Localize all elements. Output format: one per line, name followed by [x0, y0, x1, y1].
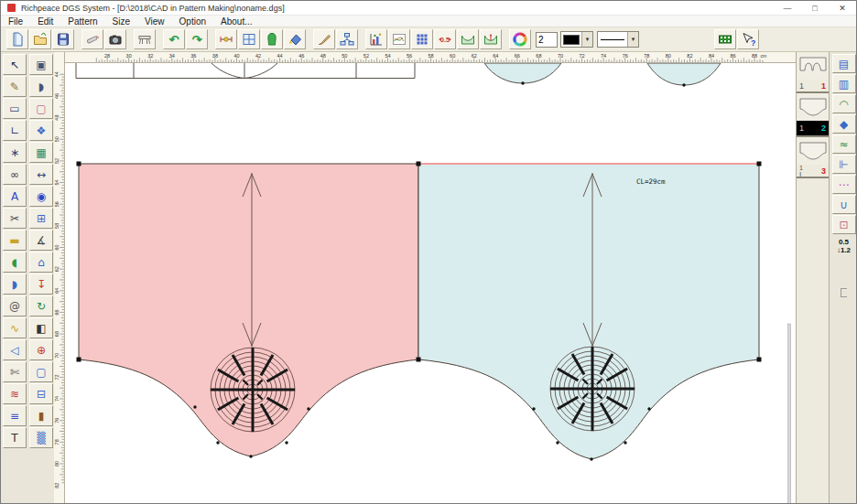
- redo-button[interactable]: [186, 29, 208, 49]
- menu-item[interactable]: Size: [105, 16, 137, 27]
- canvas-scrollbar[interactable]: [788, 324, 791, 504]
- menu-item[interactable]: Pattern: [60, 16, 104, 27]
- intersect-tool[interactable]: ∗: [3, 142, 27, 163]
- layout-net-button[interactable]: [336, 29, 358, 49]
- cone-tool[interactable]: ◁: [3, 339, 27, 360]
- seam-allowance-tool[interactable]: 0.5 ↓1.2: [832, 235, 856, 257]
- bag-tool[interactable]: ◖: [3, 252, 27, 273]
- line-style-dropdown[interactable]: ▾: [597, 31, 639, 48]
- scissors-tool[interactable]: ✂: [3, 208, 27, 229]
- color-wheel-button[interactable]: [509, 29, 531, 49]
- print-tool[interactable]: ▥: [832, 74, 856, 93]
- menu-item[interactable]: About...: [213, 16, 259, 27]
- plot-table-tool[interactable]: ▤: [832, 54, 856, 73]
- svg-text:36: 36: [190, 53, 196, 59]
- backpack-tool[interactable]: ▮: [29, 405, 53, 426]
- new-document-button[interactable]: [6, 29, 28, 49]
- tool-icon: ∪: [840, 198, 848, 211]
- rotate-tool[interactable]: ↻: [29, 295, 53, 316]
- compass-tool[interactable]: ∡: [29, 230, 53, 251]
- round-rect-tool[interactable]: ▢: [29, 361, 53, 382]
- open-file-button[interactable]: [29, 29, 51, 49]
- svg-text:68: 68: [54, 331, 60, 337]
- context-help-button[interactable]: [737, 29, 759, 49]
- save-button[interactable]: [52, 29, 74, 49]
- maximize-button[interactable]: □: [801, 1, 829, 15]
- menu-item[interactable]: Edit: [30, 16, 60, 27]
- plaid-tool[interactable]: ⊞: [29, 208, 53, 229]
- fullness-button[interactable]: [457, 29, 479, 49]
- pattern-canvas[interactable]: CL=29cm: [65, 63, 796, 504]
- snapshot-button[interactable]: [104, 29, 126, 49]
- fullness-pin-button[interactable]: [480, 29, 502, 49]
- sewing-machine-tool[interactable]: ⌂: [29, 252, 53, 273]
- frame-tool[interactable]: ⊡: [832, 215, 856, 234]
- fill-color-button[interactable]: [284, 29, 306, 49]
- line-color-dropdown[interactable]: ▾: [560, 31, 593, 48]
- corner-point-tool[interactable]: ∟: [3, 120, 27, 141]
- plotter-button[interactable]: [134, 29, 156, 49]
- pattern-cup-tool[interactable]: ∪: [832, 195, 856, 214]
- spectacles-tool[interactable]: ∞: [3, 164, 27, 185]
- menu-item[interactable]: View: [137, 16, 172, 27]
- toolbar-icon: [85, 32, 100, 47]
- shell-tool[interactable]: ◗: [3, 273, 27, 295]
- piece-list-item-1[interactable]: 1 1: [797, 52, 829, 93]
- menu-item[interactable]: File: [1, 16, 30, 27]
- container-tool[interactable]: ⊟: [29, 383, 53, 404]
- dart-tool[interactable]: ◗: [29, 76, 53, 97]
- button-mark-tool[interactable]: ◉: [29, 186, 53, 207]
- digitizer-button[interactable]: [81, 29, 103, 49]
- undo-button[interactable]: [163, 29, 185, 49]
- work-window-button[interactable]: [238, 29, 260, 49]
- toolbar-icon: [741, 32, 755, 47]
- pattern-piece-blue-tool[interactable]: ❖: [29, 120, 53, 141]
- compass-a-tool[interactable]: A: [3, 186, 27, 207]
- brush-button[interactable]: [313, 29, 335, 49]
- curve-band-tool[interactable]: ∿: [3, 317, 27, 338]
- film-strip-button[interactable]: [714, 29, 736, 49]
- point-spacing-button[interactable]: [215, 29, 237, 49]
- grid-button[interactable]: [411, 29, 433, 49]
- piece-list-item-3[interactable]: 1I 3: [797, 137, 829, 178]
- pattern-select-tool[interactable]: ▣: [29, 54, 53, 75]
- stitch-dots-tool[interactable]: ⋯: [832, 175, 856, 194]
- wave-piece-tool[interactable]: ≈: [832, 134, 856, 154]
- french-curve-tool[interactable]: ◠: [832, 94, 856, 113]
- toolbar-icon: [167, 32, 181, 47]
- pattern-piece-button[interactable]: [261, 29, 283, 49]
- pincushion-tool[interactable]: ⊕: [29, 339, 53, 360]
- close-button[interactable]: ✕: [829, 1, 856, 15]
- pieces-bw-tool[interactable]: ◧: [29, 317, 53, 338]
- curtain-tool[interactable]: ▒: [29, 427, 53, 448]
- pattern-outline-tool[interactable]: ▢: [29, 98, 53, 119]
- join-pieces-tool[interactable]: ⊩: [832, 155, 856, 174]
- notch-scissors-tool[interactable]: ✄: [3, 361, 27, 382]
- pin-piece-tool[interactable]: ◆: [832, 114, 856, 134]
- menu-item[interactable]: Option: [172, 16, 213, 27]
- tool-icon: ▢: [36, 367, 46, 378]
- svg-text:30: 30: [126, 53, 132, 59]
- text-tool[interactable]: T: [3, 427, 27, 448]
- svg-text:62: 62: [472, 53, 477, 59]
- window-controls: — □ ✕: [774, 1, 856, 15]
- pen-width-input[interactable]: [536, 32, 558, 48]
- spiral-tool[interactable]: @: [3, 295, 27, 316]
- dense-stitch-tool[interactable]: ≡: [3, 405, 27, 426]
- curve-compare-button[interactable]: [388, 29, 410, 49]
- image-tool[interactable]: ▦: [29, 142, 53, 163]
- tool-icon: ◗: [12, 279, 17, 290]
- seam-measure-tool[interactable]: ↧: [29, 273, 53, 295]
- width-measure-tool[interactable]: ↔: [29, 164, 53, 185]
- move-half-button[interactable]: [434, 29, 456, 49]
- toolbar-icon: [137, 32, 152, 47]
- pencil-tool[interactable]: ✎: [3, 76, 27, 97]
- stitch-tool[interactable]: ≋: [3, 383, 27, 404]
- minimize-button[interactable]: —: [774, 1, 801, 15]
- tool-palette: ↖▣✎◗▭▢∟❖∗▦∞↔A◉✂⊞▬∡◖⌂◗↧@↻∿◧◁⊕✄▢≋⊟≡▮T▒: [1, 52, 54, 504]
- rectangle-tool[interactable]: ▭: [3, 98, 27, 119]
- select-tool[interactable]: ↖: [3, 54, 27, 75]
- piece-list-item-2[interactable]: 1 2: [797, 93, 829, 137]
- chart-button[interactable]: [365, 29, 387, 49]
- tape-measure-tool[interactable]: ▬: [3, 230, 27, 251]
